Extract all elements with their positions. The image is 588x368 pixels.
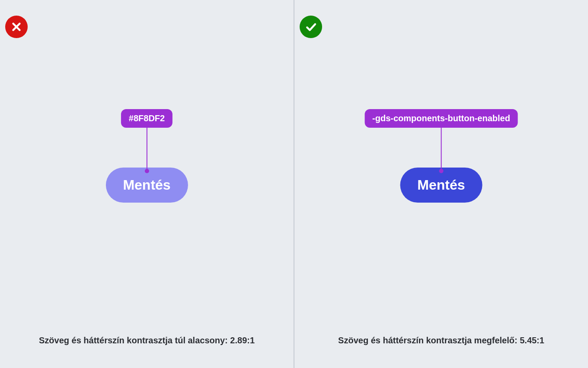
comparison-container: #8F8DF2 Mentés Szöveg és háttérszín kont… <box>0 0 588 368</box>
caption-right: Szöveg és háttérszín kontrasztja megfele… <box>294 336 588 345</box>
diagram-left: #8F8DF2 Mentés <box>105 109 188 203</box>
panel-good-example: -gds-components-button-enabled Mentés Sz… <box>294 0 588 368</box>
diagram-right: -gds-components-button-enabled Mentés <box>364 109 518 203</box>
connector-line <box>441 128 441 171</box>
color-token-label: #8F8DF2 <box>121 109 173 128</box>
error-icon <box>5 16 28 38</box>
panel-bad-example: #8F8DF2 Mentés Szöveg és háttérszín kont… <box>0 0 294 368</box>
success-icon <box>300 16 322 38</box>
connector-line <box>147 128 147 171</box>
design-token-label: -gds-components-button-enabled <box>364 109 518 128</box>
caption-left: Szöveg és háttérszín kontrasztja túl ala… <box>0 336 294 345</box>
